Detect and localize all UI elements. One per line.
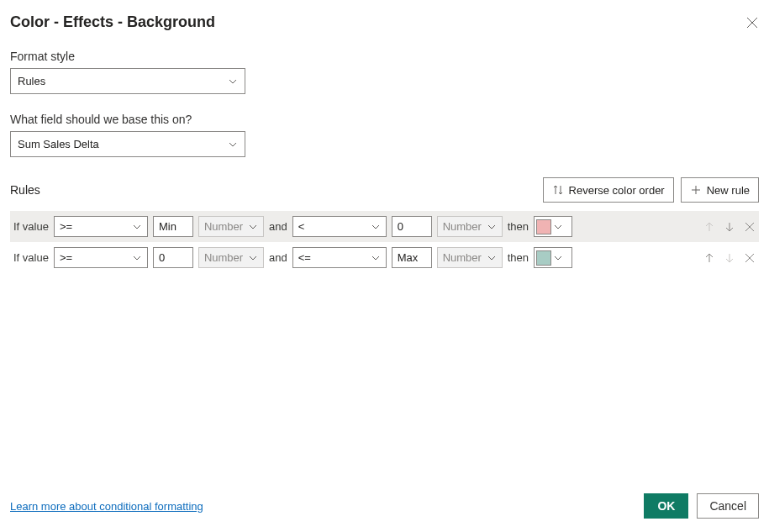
chevron-down-icon xyxy=(487,253,497,263)
rule-type-2-value: Number xyxy=(443,220,482,233)
move-up-icon[interactable] xyxy=(703,252,715,264)
and-label: and xyxy=(269,251,287,264)
format-style-value: Rules xyxy=(18,75,45,87)
chevron-down-icon xyxy=(371,222,381,232)
delete-rule-icon[interactable] xyxy=(744,252,756,264)
rule-type-1-value: Number xyxy=(204,220,243,233)
then-label: then xyxy=(508,251,529,264)
rule-color-picker[interactable] xyxy=(534,216,572,237)
rule-value-1-input[interactable]: Min xyxy=(153,216,193,237)
rule-value-1: Min xyxy=(159,220,176,233)
and-label: and xyxy=(269,220,287,233)
rule-operator-2-select[interactable]: < xyxy=(292,216,387,237)
chevron-down-icon xyxy=(228,76,238,87)
rule-color-picker[interactable] xyxy=(534,247,572,268)
chevron-down-icon xyxy=(132,253,142,263)
rule-row[interactable]: If value >= Min Number and < 0 Number th… xyxy=(10,211,759,242)
rule-row[interactable]: If value >= 0 Number and <= Max Number t… xyxy=(10,242,759,273)
rule-operator-2-value: < xyxy=(298,220,305,233)
rule-value-1-input[interactable]: 0 xyxy=(153,247,193,268)
rules-list: If value >= Min Number and < 0 Number th… xyxy=(10,211,759,273)
rule-value-2-input[interactable]: 0 xyxy=(392,216,432,237)
learn-more-link[interactable]: Learn more about conditional formatting xyxy=(10,500,203,513)
rule-type-1-value: Number xyxy=(204,251,243,264)
rule-value-1: 0 xyxy=(159,251,165,264)
rule-operator-2-select[interactable]: <= xyxy=(292,247,387,268)
if-value-label: If value xyxy=(13,251,49,264)
color-swatch xyxy=(536,250,551,266)
rule-type-1-select[interactable]: Number xyxy=(198,247,264,268)
chevron-down-icon xyxy=(371,253,381,263)
chevron-down-icon xyxy=(228,140,238,150)
chevron-down-icon xyxy=(248,253,258,263)
dialog-title: Color - Effects - Background xyxy=(10,13,215,31)
move-down-icon[interactable] xyxy=(724,221,735,233)
close-icon[interactable] xyxy=(745,16,759,29)
rule-value-2-input[interactable]: Max xyxy=(392,247,432,268)
chevron-down-icon xyxy=(132,222,142,232)
rule-value-2: 0 xyxy=(398,220,403,233)
then-label: then xyxy=(508,220,529,233)
delete-rule-icon[interactable] xyxy=(744,221,756,233)
ok-button[interactable]: OK xyxy=(644,493,688,519)
move-down-icon xyxy=(724,252,735,264)
field-label: What field should we base this on? xyxy=(10,113,759,126)
cancel-button[interactable]: Cancel xyxy=(697,493,759,519)
chevron-down-icon xyxy=(248,222,258,232)
rule-type-2-select[interactable]: Number xyxy=(437,247,503,268)
reverse-color-order-label: Reverse color order xyxy=(569,184,665,197)
rule-operator-1-select[interactable]: >= xyxy=(54,247,148,268)
rule-type-2-select[interactable]: Number xyxy=(437,216,503,237)
chevron-down-icon xyxy=(487,222,497,232)
field-dropdown[interactable]: Sum Sales Delta xyxy=(10,131,245,157)
chevron-down-icon xyxy=(553,222,563,232)
rule-operator-2-value: <= xyxy=(298,251,311,264)
color-swatch xyxy=(536,219,551,234)
format-style-label: Format style xyxy=(10,50,759,63)
rule-value-2: Max xyxy=(398,251,419,264)
if-value-label: If value xyxy=(13,220,49,233)
rules-label: Rules xyxy=(10,183,40,197)
new-rule-label: New rule xyxy=(707,184,750,197)
rule-type-1-select[interactable]: Number xyxy=(198,216,264,237)
rule-operator-1-value: >= xyxy=(60,220,72,233)
chevron-down-icon xyxy=(553,253,563,263)
reverse-color-order-button[interactable]: Reverse color order xyxy=(543,177,674,203)
rule-type-2-value: Number xyxy=(443,251,482,264)
field-value: Sum Sales Delta xyxy=(18,138,99,150)
rule-operator-1-select[interactable]: >= xyxy=(54,216,148,237)
swap-vertical-icon xyxy=(552,184,564,196)
plus-icon xyxy=(690,184,702,196)
rule-operator-1-value: >= xyxy=(60,251,72,264)
format-style-dropdown[interactable]: Rules xyxy=(10,68,245,94)
new-rule-button[interactable]: New rule xyxy=(681,177,759,203)
move-up-icon xyxy=(703,221,715,233)
